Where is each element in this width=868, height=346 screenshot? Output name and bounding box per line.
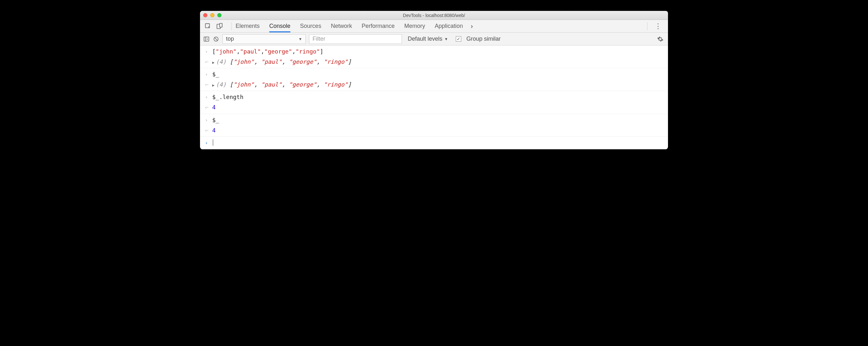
context-value: top xyxy=(226,36,234,42)
console-row-output: ‹·4 xyxy=(200,102,668,114)
maximize-window-button[interactable] xyxy=(217,13,221,17)
console-row-content: ▶(4) ["john", "paul", "george", "ringo"] xyxy=(212,58,664,66)
tab-elements[interactable]: Elements xyxy=(236,20,260,32)
panel-tabs: ElementsConsoleSourcesNetworkPerformance… xyxy=(236,20,463,32)
levels-label: Default levels xyxy=(408,36,442,42)
clear-console-icon[interactable] xyxy=(213,36,219,42)
console-row-content: ▶(4) ["john", "paul", "george", "ringo"] xyxy=(212,81,664,89)
execution-context-select[interactable]: top ▼ xyxy=(222,34,306,44)
titlebar: DevTools - localhost:8080/web/ xyxy=(200,11,668,20)
tab-performance[interactable]: Performance xyxy=(362,20,395,32)
group-similar-label: Group similar xyxy=(466,36,501,42)
tab-sources[interactable]: Sources xyxy=(300,20,321,32)
divider xyxy=(231,22,232,30)
input-marker-icon: › xyxy=(204,116,209,123)
output-marker-icon: ‹· xyxy=(204,58,209,65)
console-row-content: $_ xyxy=(212,70,664,78)
svg-line-6 xyxy=(214,37,217,40)
console-row-content: $_ xyxy=(212,116,664,124)
input-marker-icon: › xyxy=(204,48,209,55)
group-similar-checkbox[interactable]: ✓ xyxy=(456,36,461,42)
console-row-content[interactable] xyxy=(212,139,664,147)
filter-input[interactable] xyxy=(309,34,402,44)
console-row-input: ›["john","paul","george","ringo"] xyxy=(200,45,668,57)
tabs-bar: ElementsConsoleSourcesNetworkPerformance… xyxy=(200,20,668,33)
console-row-prompt: › xyxy=(200,137,668,149)
divider xyxy=(647,22,648,30)
svg-rect-3 xyxy=(204,37,209,41)
window-title: DevTools - localhost:8080/web/ xyxy=(200,13,668,18)
tab-console[interactable]: Console xyxy=(269,20,290,32)
prompt-marker-icon: › xyxy=(204,139,209,146)
console-row-input: ›$_ xyxy=(200,68,668,80)
close-window-button[interactable] xyxy=(203,13,207,17)
console-row-content: ["john","paul","george","ringo"] xyxy=(212,48,664,56)
dropdown-triangle-icon: ▼ xyxy=(299,37,302,41)
output-marker-icon: ‹· xyxy=(204,126,209,134)
log-levels-select[interactable]: Default levels ▼ xyxy=(408,36,448,42)
console-toolbar: top ▼ Default levels ▼ ✓ Group similar xyxy=(200,33,668,45)
console-row-content: 4 xyxy=(212,126,664,134)
tab-memory[interactable]: Memory xyxy=(404,20,425,32)
console-row-input: ›$_.length xyxy=(200,91,668,102)
more-tabs-icon[interactable]: ›› xyxy=(470,23,471,30)
console-row-output: ‹·▶(4) ["john", "paul", "george", "ringo… xyxy=(200,80,668,91)
console-row-content: 4 xyxy=(212,103,664,112)
toggle-sidebar-icon[interactable] xyxy=(203,36,210,42)
tab-application[interactable]: Application xyxy=(435,20,463,32)
input-marker-icon: › xyxy=(204,70,209,77)
output-marker-icon: ‹· xyxy=(204,81,209,88)
input-marker-icon: › xyxy=(204,93,209,100)
console-row-output: ‹·4 xyxy=(200,125,668,137)
console-output: ›["john","paul","george","ringo"]‹·▶(4) … xyxy=(200,45,668,149)
devtools-window: DevTools - localhost:8080/web/ ElementsC… xyxy=(200,11,668,149)
console-settings-icon[interactable] xyxy=(657,36,665,42)
tab-network[interactable]: Network xyxy=(331,20,352,32)
svg-rect-2 xyxy=(220,23,222,27)
settings-menu-icon[interactable]: ⋮ xyxy=(651,22,665,30)
expand-object-icon[interactable]: ▶ xyxy=(212,83,216,88)
dropdown-triangle-icon: ▼ xyxy=(444,37,448,41)
expand-object-icon[interactable]: ▶ xyxy=(212,60,216,65)
output-marker-icon: ‹· xyxy=(204,103,209,111)
minimize-window-button[interactable] xyxy=(210,13,214,17)
console-row-content: $_.length xyxy=(212,93,664,101)
console-row-input: ›$_ xyxy=(200,114,668,125)
window-controls xyxy=(203,13,221,17)
device-toolbar-icon[interactable] xyxy=(216,23,223,30)
inspect-element-icon[interactable] xyxy=(205,23,212,30)
text-cursor xyxy=(213,139,213,146)
console-row-output: ‹·▶(4) ["john", "paul", "george", "ringo… xyxy=(200,57,668,68)
